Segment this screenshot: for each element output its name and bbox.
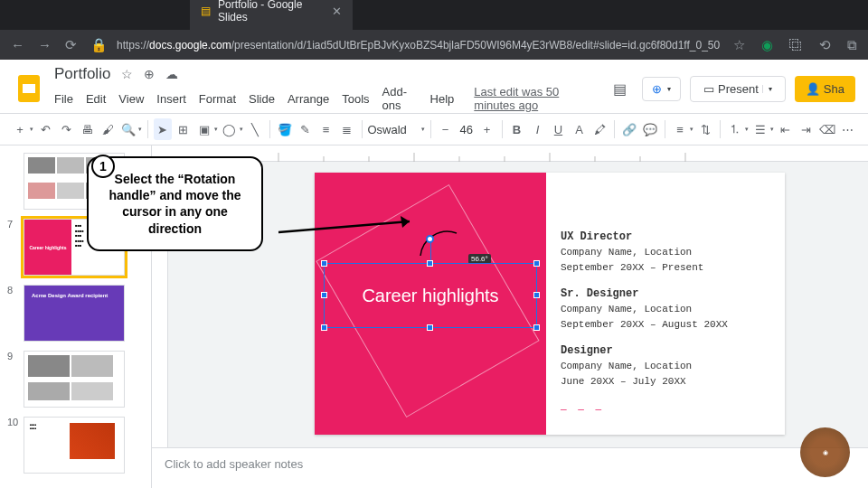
- slide-thumbnail-8[interactable]: Acme Design Award recipient: [24, 285, 125, 342]
- image-icon[interactable]: ▣: [195, 118, 213, 140]
- share-dropdown[interactable]: ⊕▾: [642, 77, 681, 101]
- menu-tools[interactable]: Tools: [342, 92, 369, 106]
- resize-handle-bm[interactable]: [427, 324, 433, 331]
- line-spacing-icon[interactable]: ⇅: [696, 118, 714, 140]
- last-edit-link[interactable]: Last edit was 50 minutes ago: [474, 85, 597, 112]
- select-tool-icon[interactable]: ➤: [154, 118, 172, 140]
- slide-left-panel: 56.6° Career highlights: [315, 173, 546, 435]
- close-icon[interactable]: ✕: [332, 5, 342, 18]
- more-icon[interactable]: ⋯: [839, 118, 857, 140]
- annotation-arrow: [278, 219, 423, 249]
- border-color-icon[interactable]: ✎: [297, 118, 315, 140]
- reload-icon[interactable]: ⟳: [65, 37, 77, 53]
- paint-format-icon[interactable]: 🖌: [99, 118, 117, 140]
- sync-icon[interactable]: ⟲: [819, 37, 831, 53]
- copy-icon[interactable]: ⧉: [847, 37, 857, 53]
- print-icon[interactable]: 🖶: [78, 118, 96, 140]
- present-button[interactable]: ▭Present▾: [690, 76, 786, 102]
- align-icon[interactable]: ≡: [671, 118, 689, 140]
- tutorial-annotation: 1 Select the “Rotation handle” and move …: [87, 156, 263, 251]
- thumb-number: 9: [7, 351, 18, 361]
- resize-handle-bl[interactable]: [321, 324, 327, 331]
- selected-textbox[interactable]: Career highlights: [324, 263, 537, 328]
- resize-handle-tm[interactable]: [427, 260, 433, 267]
- textbox-icon[interactable]: ⊞: [175, 118, 193, 140]
- thumb-number: 7: [7, 219, 18, 230]
- share-button[interactable]: 👤Sha: [795, 76, 855, 102]
- font-select[interactable]: Oswald: [367, 123, 420, 136]
- menu-arrange[interactable]: Arrange: [288, 92, 329, 106]
- clear-format-icon[interactable]: ⌫: [818, 118, 836, 140]
- slide-thumbnail-10[interactable]: ■■■■■■■■: [24, 417, 125, 474]
- border-weight-icon[interactable]: ≡: [317, 118, 335, 140]
- menu-addons[interactable]: Add-ons: [382, 85, 418, 112]
- document-title[interactable]: Portfolio: [54, 65, 110, 83]
- browser-tab[interactable]: ▤ Portfolio - Google Slides ✕: [190, 0, 353, 30]
- collections-icon[interactable]: ⿻: [789, 37, 803, 52]
- menu-view[interactable]: View: [118, 92, 144, 106]
- comment-icon[interactable]: 💬: [641, 118, 659, 140]
- star-icon[interactable]: ☆: [121, 67, 133, 81]
- size-minus[interactable]: −: [437, 118, 455, 140]
- font-size-input[interactable]: 46: [458, 123, 476, 136]
- indent-more-icon[interactable]: ⇥: [797, 118, 816, 140]
- menu-slide[interactable]: Slide: [249, 92, 275, 106]
- tab-title: Portfolio - Google Slides: [218, 0, 325, 23]
- text-color-icon[interactable]: A: [570, 118, 588, 140]
- menu-help[interactable]: Help: [430, 92, 455, 106]
- zoom-icon[interactable]: 🔍: [119, 118, 137, 140]
- url-text: https://docs.google.com/presentation/d/1…: [117, 39, 720, 52]
- highlight-icon[interactable]: 🖍: [590, 118, 609, 140]
- back-icon[interactable]: ←: [11, 37, 24, 52]
- forward-icon[interactable]: →: [38, 37, 52, 52]
- menu-file[interactable]: File: [54, 92, 73, 106]
- shape-icon[interactable]: ◯: [221, 118, 239, 140]
- border-dash-icon[interactable]: ≣: [338, 118, 356, 140]
- job-dates: September 20XX – Present: [561, 260, 728, 276]
- slide-canvas[interactable]: 56.6° Career highlights: [315, 173, 785, 435]
- watermark-logo: ◉: [800, 427, 850, 477]
- resize-handle-ml[interactable]: [321, 292, 327, 298]
- tab-favicon: ▤: [201, 5, 211, 17]
- job-company: Company Name, Location: [561, 245, 728, 260]
- resize-handle-br[interactable]: [533, 324, 540, 331]
- line-icon[interactable]: ╲: [246, 118, 264, 140]
- job-title: Designer: [561, 343, 728, 359]
- textbox-content[interactable]: Career highlights: [362, 286, 498, 306]
- italic-icon[interactable]: I: [528, 118, 546, 140]
- lock-icon: 🔒: [90, 37, 108, 53]
- move-icon[interactable]: ⊕: [144, 67, 155, 81]
- fill-color-icon[interactable]: 🪣: [276, 118, 294, 140]
- speaker-notes[interactable]: Click to add speaker notes: [152, 447, 868, 488]
- numbered-list-icon[interactable]: ⒈: [726, 118, 744, 140]
- slides-logo[interactable]: [13, 72, 45, 105]
- redo-icon[interactable]: ↷: [57, 118, 75, 140]
- resize-handle-tr[interactable]: [533, 260, 540, 267]
- address-bar[interactable]: 🔒 https://docs.google.com/presentation/d…: [90, 37, 720, 53]
- resize-handle-tl[interactable]: [321, 260, 327, 267]
- extension-icon[interactable]: ◉: [761, 37, 773, 53]
- bold-icon[interactable]: B: [507, 118, 525, 140]
- new-slide-icon[interactable]: +: [11, 118, 29, 140]
- menu-edit[interactable]: Edit: [86, 92, 106, 106]
- bulleted-list-icon[interactable]: ☰: [751, 118, 769, 140]
- app-header: Portfolio ☆ ⊕ ☁ File Edit View Insert Fo…: [0, 60, 868, 113]
- menu-insert[interactable]: Insert: [156, 92, 186, 106]
- comments-icon[interactable]: ▤: [606, 75, 633, 102]
- indent-less-icon[interactable]: ⇤: [777, 118, 795, 140]
- favorite-icon[interactable]: ☆: [733, 37, 745, 53]
- underline-icon[interactable]: U: [549, 118, 567, 140]
- job-dates: June 20XX – July 20XX: [561, 374, 728, 389]
- job-title: Sr. Designer: [561, 286, 728, 302]
- rotation-handle[interactable]: [426, 235, 434, 243]
- menu-format[interactable]: Format: [199, 92, 236, 106]
- slide-thumbnail-9[interactable]: [24, 351, 125, 408]
- undo-icon[interactable]: ↶: [36, 118, 54, 140]
- link-icon[interactable]: 🔗: [620, 118, 638, 140]
- cloud-icon[interactable]: ☁: [165, 67, 178, 81]
- size-plus[interactable]: +: [478, 118, 496, 140]
- thumb-number: 10: [7, 417, 18, 427]
- job-company: Company Name, Location: [561, 302, 728, 317]
- resize-handle-mr[interactable]: [533, 292, 540, 298]
- job-title: UX Director: [561, 229, 728, 245]
